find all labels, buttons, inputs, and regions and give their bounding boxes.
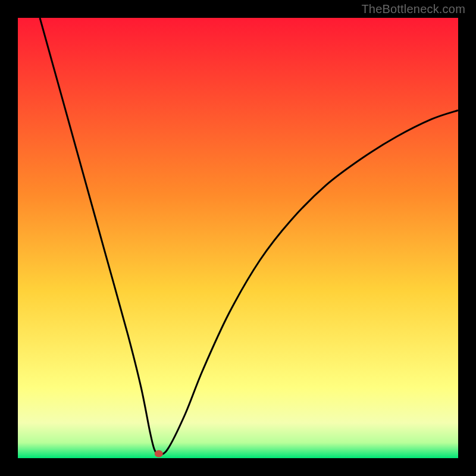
gradient-background: [18, 18, 458, 458]
bottleneck-chart: [18, 18, 458, 458]
plot-area: [18, 18, 458, 458]
watermark-text: TheBottleneck.com: [361, 2, 465, 16]
minimum-dot: [155, 450, 163, 458]
chart-frame: TheBottleneck.com: [0, 0, 476, 476]
